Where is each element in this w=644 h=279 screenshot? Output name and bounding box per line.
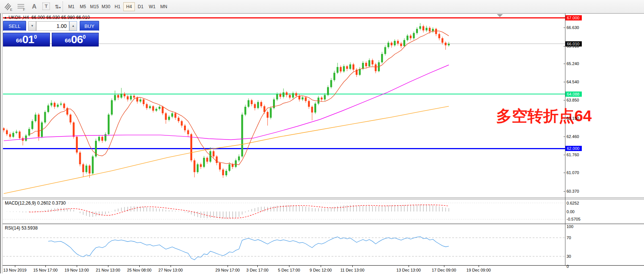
candle-down — [194, 160, 196, 172]
rsi-label: RSI(14) 53.5938 — [5, 225, 38, 231]
price-badge-66.010: 66.010 — [565, 41, 582, 46]
price-tick-label: 63.150 — [567, 116, 579, 121]
candle-up — [35, 115, 37, 121]
candle-down — [441, 38, 443, 43]
candle-down — [190, 134, 192, 160]
buy-price-point: 0 — [83, 34, 86, 40]
rsi-value: 53.5938 — [22, 225, 38, 231]
volume-input[interactable]: 1.00 — [36, 21, 69, 31]
candle-up — [384, 47, 386, 54]
candle-up — [209, 151, 211, 161]
sell-button[interactable]: SELL — [3, 21, 26, 31]
candle-up — [257, 102, 259, 108]
buy-price-panel[interactable]: 66060 — [52, 33, 99, 46]
rsi-axis-label: 70 — [567, 235, 571, 240]
candle-up — [276, 94, 278, 99]
candle-down — [184, 126, 186, 131]
candle-down — [19, 132, 20, 138]
candle-down — [346, 66, 348, 69]
candle-down — [181, 121, 183, 126]
sell-price-handle: 66 — [16, 37, 22, 44]
candle-up — [394, 41, 396, 45]
candle-down — [152, 106, 154, 111]
buy-price-handle: 66 — [65, 37, 71, 44]
candle-down — [352, 64, 354, 70]
candle-down — [305, 97, 307, 101]
candle-down — [397, 41, 399, 44]
candle-up — [120, 94, 122, 98]
candle-up — [362, 63, 364, 69]
candle-down — [216, 157, 218, 163]
candle-down — [73, 122, 74, 137]
candle-down — [213, 151, 215, 156]
candle-down — [89, 166, 91, 173]
candle-down — [165, 113, 167, 120]
macd-axis-label: 0.00 — [567, 209, 574, 214]
candle-down — [143, 99, 145, 104]
price-tick-mark — [564, 118, 565, 119]
macd-histogram[interactable] — [4, 205, 449, 219]
rsi-axis-label: 100 — [567, 224, 573, 229]
macd-axis-label: 0.6252 — [567, 201, 579, 205]
price-tick-mark — [564, 155, 565, 155]
price-tick-mark — [564, 191, 565, 192]
chart-title: ▲UKOIl-,H4 66.000 66.030 65.980 66.010 — [4, 15, 90, 20]
sell-price-point: 0 — [34, 34, 37, 40]
ohlc-readout: 66.000 66.030 65.980 66.010 — [31, 15, 90, 20]
macd-name: MACD(12,26,9) — [5, 201, 36, 206]
macd-axis-label: -0.5705 — [567, 217, 580, 221]
candle-up — [171, 113, 173, 117]
candle-down — [295, 93, 297, 96]
buy-price-pips: 06 — [71, 33, 83, 45]
candle-down — [127, 96, 129, 99]
candle-down — [400, 44, 402, 46]
candle-up — [235, 160, 237, 167]
chart-shift-triangle-icon[interactable] — [497, 14, 503, 17]
candle-up — [197, 164, 199, 172]
candle-up — [381, 54, 383, 62]
candle-up — [130, 96, 132, 99]
candle-up — [85, 166, 87, 172]
candle-down — [136, 97, 138, 102]
candle-up — [25, 135, 27, 141]
price-tick-label: 66.630 — [567, 25, 579, 30]
candle-up — [333, 73, 335, 80]
candle-down — [260, 102, 262, 106]
candle-up — [114, 95, 116, 100]
candle-up — [302, 97, 304, 100]
ma-mid-magenta[interactable] — [4, 65, 449, 141]
buy-button[interactable]: BUY — [80, 21, 99, 31]
price-tick-label: 61.760 — [567, 153, 579, 157]
candle-down — [82, 164, 84, 172]
mt4-window: E F A T ⇅▾ M1M5M15M30H1H4D1W1MN 13 Nov 2… — [0, 0, 644, 279]
candle-down — [133, 96, 135, 97]
rsi-name: RSI(14) — [5, 225, 20, 231]
candle-up — [31, 121, 33, 129]
price-badge-62.000: 62.000 — [565, 146, 582, 151]
candle-down — [254, 104, 256, 108]
candle-up — [426, 28, 428, 31]
candle-down — [251, 100, 253, 104]
candle-up — [337, 67, 339, 73]
candle-down — [3, 128, 5, 131]
macd-label: MACD(12,26,9) 0.2602 0.3730 — [5, 201, 66, 206]
candle-down — [222, 170, 224, 175]
collapse-triangle-icon[interactable]: ▲ — [4, 16, 7, 19]
candle-down — [445, 43, 447, 45]
candle-down — [174, 113, 176, 118]
candle-up — [228, 164, 230, 171]
candle-up — [16, 132, 18, 133]
volume-decrease-button[interactable]: ▼ — [28, 21, 36, 31]
candle-down — [79, 153, 81, 164]
sell-price-panel[interactable]: 66010 — [3, 33, 50, 46]
candle-up — [203, 158, 205, 167]
candle-down — [22, 138, 24, 141]
candle-down — [286, 92, 288, 95]
one-click-trading-widget: SELL ▼ 1.00 ▲ BUY 66010 66060 — [3, 21, 99, 46]
candle-down — [124, 94, 126, 96]
volume-increase-button[interactable]: ▲ — [69, 21, 77, 31]
candle-down — [206, 158, 208, 162]
candle-down — [279, 94, 281, 97]
price-tick-mark — [564, 28, 565, 28]
rsi-axis-label: 0 — [567, 264, 569, 269]
